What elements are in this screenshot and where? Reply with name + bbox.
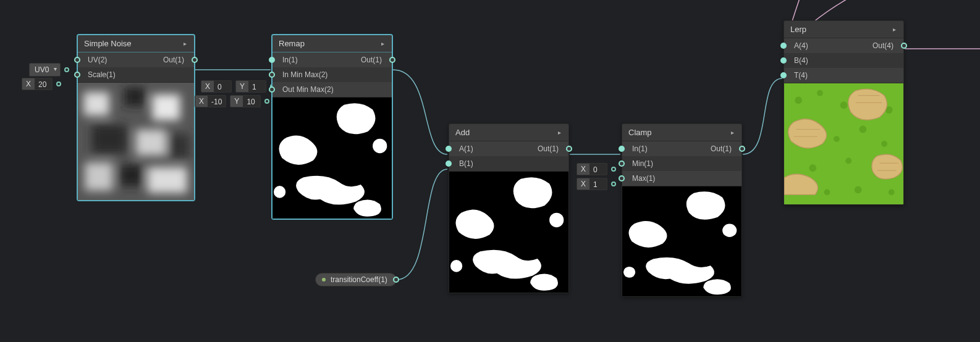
port-label: Out(1) [163, 56, 194, 64]
clamp-max-input[interactable]: X 1 [577, 178, 607, 190]
port-in[interactable] [269, 57, 275, 63]
node-preview [449, 171, 568, 293]
simplenoise-uv-ext: UV0 [29, 63, 69, 77]
port-label: Out Min Max(2) [272, 85, 334, 94]
port-out[interactable] [901, 43, 907, 49]
port-out[interactable] [393, 277, 399, 283]
svg-point-17 [722, 224, 737, 237]
svg-point-33 [855, 186, 862, 194]
port-label: Out(1) [711, 144, 741, 153]
port-in-a[interactable] [780, 43, 787, 49]
port-in-outminmax[interactable] [269, 86, 275, 93]
num-value[interactable]: -10 [208, 96, 226, 107]
port-label: T(4) [784, 71, 808, 80]
port-in-max[interactable] [619, 175, 625, 181]
port-label: In(1) [272, 56, 298, 64]
svg-point-29 [809, 164, 817, 172]
node-header[interactable]: Simple Noise ▸ [78, 35, 194, 52]
node-header[interactable]: Add ▸ [449, 124, 568, 141]
port-out[interactable] [389, 57, 395, 63]
port-label: Scale(1) [78, 70, 116, 79]
outminmax-y[interactable]: Y 10 [230, 95, 261, 107]
svg-point-20 [795, 97, 802, 104]
port-out[interactable] [566, 146, 572, 152]
svg-rect-8 [120, 165, 143, 186]
num-label: X [577, 180, 589, 188]
port-in-uv[interactable] [74, 57, 80, 63]
collapse-icon[interactable]: ▸ [379, 41, 386, 47]
port-in-min[interactable] [619, 161, 625, 167]
num-value[interactable]: 0 [589, 164, 607, 175]
svg-point-27 [860, 126, 867, 133]
pill-label: transitionCoeff(1) [331, 275, 387, 284]
svg-rect-5 [136, 130, 166, 156]
outminmax-x[interactable]: X -10 [195, 95, 226, 107]
node-preview [622, 186, 741, 296]
clamp-min-input[interactable]: X 0 [577, 163, 607, 175]
scale-input-label: X [22, 80, 35, 88]
num-label: X [577, 165, 589, 173]
port-label: Min(1) [622, 159, 653, 168]
collapse-icon[interactable]: ▸ [556, 130, 562, 136]
svg-point-11 [373, 139, 387, 154]
svg-point-22 [840, 101, 848, 109]
svg-rect-9 [148, 167, 187, 193]
port-label: Out(1) [538, 144, 568, 153]
port-label: Out(1) [361, 56, 392, 64]
connector-dot [264, 99, 269, 104]
num-label: Y [236, 82, 248, 91]
port-label: B(1) [449, 159, 473, 168]
num-value[interactable]: 10 [243, 96, 260, 107]
remap-outminmax-ext: X -10 Y 10 [195, 95, 269, 107]
node-transitioncoeff[interactable]: transitionCoeff(1) [315, 273, 397, 286]
node-title: Remap [279, 39, 305, 48]
node-simple-noise[interactable]: Simple Noise ▸ UV(2) Out(1) Scale(1) [77, 35, 195, 201]
collapse-icon[interactable]: ▸ [891, 27, 897, 33]
num-label: X [195, 97, 208, 106]
connector-dot [64, 67, 69, 72]
port-in-inminmax[interactable] [269, 72, 275, 78]
port-label: A(4) [784, 41, 808, 50]
node-header[interactable]: Clamp ▸ [622, 124, 741, 141]
connector-dot [611, 181, 616, 186]
svg-point-28 [881, 141, 887, 147]
scale-input[interactable]: X 20 [22, 78, 53, 90]
uv-dropdown[interactable]: UV0 [29, 63, 61, 77]
svg-point-15 [450, 260, 462, 272]
num-value[interactable]: 1 [589, 178, 607, 190]
inminmax-x[interactable]: X 0 [201, 80, 232, 93]
collapse-icon[interactable]: ▸ [182, 41, 188, 47]
svg-rect-4 [92, 125, 127, 153]
port-in-a[interactable] [446, 146, 452, 152]
node-clamp[interactable]: Clamp ▸ In(1) Out(1) Min(1) Max(1) [622, 123, 742, 297]
node-remap[interactable]: Remap ▸ In(1) Out(1) In Min Max(2) Out M… [272, 35, 392, 219]
inminmax-y[interactable]: Y 1 [235, 80, 266, 93]
port-in[interactable] [619, 146, 625, 152]
port-in-scale[interactable] [74, 72, 80, 78]
node-add[interactable]: Add ▸ A(1) Out(1) B(1) [449, 123, 569, 293]
svg-rect-6 [169, 135, 190, 158]
node-preview [272, 97, 392, 219]
num-label: X [201, 82, 214, 91]
svg-rect-7 [85, 162, 112, 191]
svg-point-21 [817, 90, 823, 96]
port-out[interactable] [739, 146, 745, 152]
svg-point-32 [824, 190, 830, 196]
remap-inminmax-ext: X 0 Y 1 [201, 80, 275, 93]
svg-rect-2 [124, 88, 145, 106]
num-value[interactable]: 1 [248, 81, 266, 92]
svg-rect-1 [83, 92, 109, 115]
collapse-icon[interactable]: ▸ [729, 130, 735, 136]
scale-input-value[interactable]: 20 [35, 78, 52, 90]
port-in-b[interactable] [446, 161, 452, 167]
node-header[interactable]: Remap ▸ [272, 35, 392, 52]
port-in-b[interactable] [780, 57, 787, 64]
port-out[interactable] [192, 57, 198, 63]
port-in-t[interactable] [780, 72, 787, 78]
svg-point-34 [889, 190, 895, 196]
port-label: A(1) [449, 144, 473, 153]
node-header[interactable]: Lerp ▸ [784, 21, 903, 38]
svg-point-30 [845, 158, 851, 164]
node-lerp[interactable]: Lerp ▸ A(4) Out(4) B(4) T(4) [784, 20, 904, 205]
num-value[interactable]: 0 [214, 81, 231, 92]
